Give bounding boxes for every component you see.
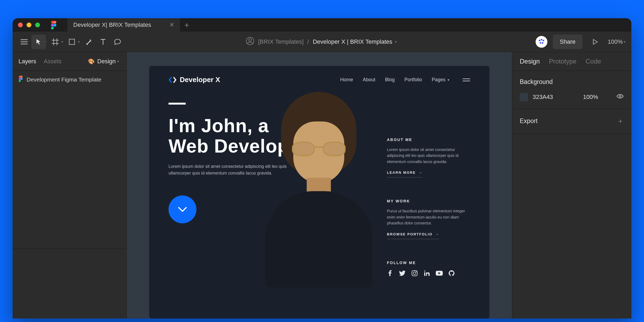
- svg-point-6: [543, 40, 544, 41]
- file-name: Developer X | BRIX Templates: [313, 38, 392, 45]
- work-heading: MY WORK: [387, 199, 470, 203]
- layer-item[interactable]: Development Figma Template: [13, 71, 126, 88]
- add-export-button[interactable]: ＋: [617, 116, 624, 126]
- hero: I'm John, a Web Developer Lorem ipsum do…: [169, 103, 470, 290]
- youtube-icon[interactable]: [436, 270, 442, 276]
- figma-file-icon: [19, 76, 23, 83]
- about-block: ABOUT ME Lorem ipsum dolor sit amet cons…: [387, 138, 470, 177]
- background-opacity[interactable]: 100%: [583, 94, 598, 101]
- shape-tool[interactable]: [65, 35, 79, 49]
- close-tab-icon[interactable]: ✕: [169, 21, 174, 28]
- work-block: MY WORK Purus ut faucibus pulvinar eleme…: [387, 199, 470, 239]
- page-selector[interactable]: 🎨 Design ▾: [88, 58, 120, 65]
- instagram-icon[interactable]: [412, 270, 418, 276]
- background-swatch[interactable]: [520, 93, 528, 101]
- file-tab-title: Developer X| BRIX Templates: [73, 21, 151, 28]
- toolbar: ▾ ▾ ▾ [BRIX Templates] / Developer X | B…: [13, 32, 631, 52]
- frame-tool[interactable]: [48, 35, 63, 49]
- arrow-right-icon: →: [435, 232, 439, 236]
- nav-about[interactable]: About: [363, 77, 375, 83]
- visibility-toggle-icon[interactable]: [616, 94, 624, 101]
- nav-pages-label: Pages: [432, 77, 445, 83]
- facebook-icon[interactable]: [387, 270, 393, 276]
- left-panel-divider: [13, 249, 126, 249]
- nav-portfolio[interactable]: Portfolio: [404, 77, 422, 83]
- left-panel: Layers Assets 🎨 Design ▾: [13, 52, 127, 319]
- page-name: Design: [97, 58, 116, 65]
- figma-logo-icon: [51, 21, 57, 29]
- titlebar: Developer X| BRIX Templates ✕ ＋: [13, 18, 631, 32]
- hamburger-icon[interactable]: [463, 79, 470, 81]
- code-brackets-icon: [169, 77, 177, 83]
- svg-point-0: [54, 24, 56, 27]
- nav-blog[interactable]: Blog: [385, 77, 395, 83]
- svg-point-8: [542, 42, 543, 44]
- tab-prototype[interactable]: Prototype: [549, 58, 577, 65]
- svg-point-5: [541, 39, 542, 40]
- chevron-down-icon: ▾: [448, 78, 449, 82]
- tab-code[interactable]: Code: [586, 58, 601, 65]
- left-panel-tabs: Layers Assets 🎨 Design ▾: [13, 52, 126, 71]
- svg-rect-13: [424, 272, 425, 276]
- tab-design[interactable]: Design: [520, 58, 540, 65]
- design-frame[interactable]: Developer X Home About Blog Portfolio Pa…: [149, 66, 489, 319]
- maximize-window-button[interactable]: [35, 23, 40, 27]
- text-tool[interactable]: [96, 35, 110, 49]
- tab-assets[interactable]: Assets: [44, 58, 61, 65]
- github-icon[interactable]: [449, 270, 455, 276]
- brand: Developer X: [169, 76, 220, 84]
- canvas[interactable]: Developer X Home About Blog Portfolio Pa…: [127, 52, 512, 319]
- site-nav: Home About Blog Portfolio Pages ▾: [340, 77, 470, 83]
- follow-block: FOLLOW ME: [387, 261, 470, 276]
- file-name-caret-icon[interactable]: ▾: [395, 40, 397, 44]
- work-body: Purus ut faucibus pulvinar elementum int…: [387, 208, 470, 226]
- learn-more-link[interactable]: LEARN MORE →: [387, 171, 422, 177]
- layer-item-label: Development Figma Template: [27, 76, 101, 83]
- about-heading: ABOUT ME: [387, 138, 470, 142]
- share-button[interactable]: Share: [553, 35, 583, 49]
- minimize-window-button[interactable]: [27, 23, 31, 27]
- accent-bar: [169, 103, 186, 105]
- collaborator-avatar[interactable]: [536, 36, 547, 48]
- page-caret-icon: ▾: [117, 60, 119, 63]
- main-area: Layers Assets 🎨 Design ▾: [13, 52, 631, 319]
- follow-heading: FOLLOW ME: [387, 261, 470, 265]
- arrow-right-icon: →: [418, 171, 422, 175]
- main-menu-button[interactable]: [17, 35, 31, 49]
- svg-point-14: [424, 271, 425, 272]
- nav-home[interactable]: Home: [340, 77, 353, 83]
- hero-photo: [249, 92, 389, 290]
- svg-point-3: [249, 39, 251, 41]
- scroll-down-button[interactable]: [169, 195, 196, 223]
- background-hex[interactable]: 323A43: [533, 94, 553, 101]
- palette-icon: 🎨: [88, 58, 95, 65]
- background-label: Background: [520, 78, 624, 86]
- file-path[interactable]: [BRIX Templates] / Developer X | BRIX Te…: [246, 37, 398, 47]
- comment-tool[interactable]: [110, 35, 125, 49]
- browse-portfolio-link[interactable]: BROWSE PORTFOLIO →: [387, 232, 439, 239]
- twitter-icon[interactable]: [399, 270, 405, 276]
- pen-tool[interactable]: [81, 35, 96, 49]
- export-label: Export: [520, 117, 537, 125]
- close-window-button[interactable]: [18, 23, 23, 27]
- right-panel-tabs: Design Prototype Code: [512, 52, 631, 71]
- file-tab[interactable]: Developer X| BRIX Templates ✕: [67, 18, 180, 32]
- background-row[interactable]: 323A43 100%: [520, 93, 624, 101]
- zoom-control[interactable]: 100% ▾: [608, 38, 627, 45]
- new-tab-button[interactable]: ＋: [180, 20, 193, 30]
- side-blocks: ABOUT ME Lorem ipsum dolor sit amet cons…: [387, 138, 470, 276]
- user-avatar-placeholder-icon: [246, 37, 254, 47]
- zoom-value: 100%: [608, 38, 623, 45]
- linkedin-icon[interactable]: [424, 270, 430, 276]
- svg-point-12: [416, 271, 417, 272]
- tab-layers[interactable]: Layers: [19, 58, 36, 65]
- nav-pages[interactable]: Pages ▾: [432, 77, 449, 83]
- move-tool[interactable]: [31, 35, 46, 49]
- path-separator: /: [308, 38, 309, 45]
- svg-point-7: [540, 42, 541, 44]
- background-section: Background 323A43 100%: [512, 71, 631, 109]
- svg-point-9: [21, 78, 23, 80]
- svg-rect-1: [69, 39, 75, 45]
- present-button[interactable]: [588, 35, 602, 49]
- learn-more-label: LEARN MORE: [387, 171, 416, 175]
